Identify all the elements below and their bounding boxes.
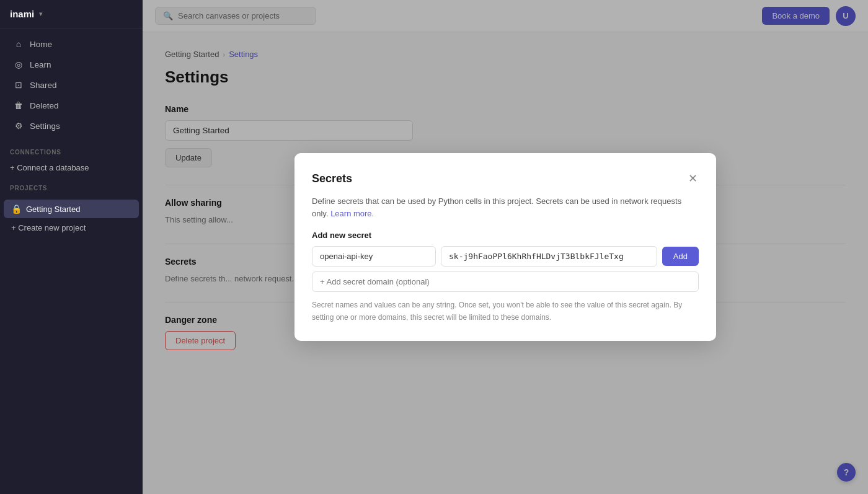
secrets-modal: Secrets ✕ Define secrets that can be use… bbox=[294, 153, 716, 340]
modal-title: Secrets bbox=[312, 172, 352, 185]
connect-label: + Connect a database bbox=[10, 163, 89, 172]
sidebar-item-home[interactable]: ⌂ Home bbox=[4, 34, 139, 54]
modal-close-button[interactable]: ✕ bbox=[687, 170, 699, 187]
settings-icon: ⚙ bbox=[14, 121, 24, 131]
projects-list: 🔒 Getting Started + Create new project bbox=[0, 194, 143, 242]
secret-input-row: Add bbox=[312, 246, 699, 267]
home-icon: ⌂ bbox=[14, 39, 24, 49]
project-name: Getting Started bbox=[26, 205, 80, 214]
sidebar-item-deleted[interactable]: 🗑 Deleted bbox=[4, 95, 139, 115]
sidebar-nav: ⌂ Home ◎ Learn ⊡ Shared 🗑 Deleted ⚙ Sett… bbox=[0, 29, 143, 141]
modal-description: Define secrets that can be used by Pytho… bbox=[312, 195, 699, 219]
connect-database-button[interactable]: + Connect a database bbox=[0, 158, 143, 177]
sidebar-item-label: Deleted bbox=[30, 101, 59, 110]
domain-input[interactable] bbox=[312, 271, 699, 292]
secret-note: Secret names and values can be any strin… bbox=[312, 299, 699, 323]
connections-section-label: CONNECTIONS bbox=[0, 141, 143, 158]
learn-icon: ◎ bbox=[14, 60, 24, 69]
secret-name-input[interactable] bbox=[312, 246, 436, 267]
projects-section-label: PROJECTS bbox=[0, 177, 143, 194]
shared-icon: ⊡ bbox=[14, 80, 24, 90]
create-project-button[interactable]: + Create new project bbox=[4, 219, 139, 237]
create-project-label: + Create new project bbox=[11, 223, 86, 232]
sidebar-item-learn[interactable]: ◎ Learn bbox=[4, 55, 139, 74]
sidebar-item-label: Shared bbox=[30, 81, 57, 90]
app-logo: inami bbox=[10, 9, 34, 19]
chevron-down-icon: ▾ bbox=[39, 10, 43, 18]
learn-more-link[interactable]: Learn more. bbox=[330, 209, 374, 218]
modal-overlay[interactable]: Secrets ✕ Define secrets that can be use… bbox=[143, 0, 868, 494]
sidebar-item-settings[interactable]: ⚙ Settings bbox=[4, 116, 139, 136]
sidebar-item-label: Learn bbox=[30, 60, 51, 69]
main-content: 🔍 Book a demo U Getting Started › Settin… bbox=[143, 0, 868, 494]
add-secret-button[interactable]: Add bbox=[662, 247, 699, 266]
modal-header: Secrets ✕ bbox=[312, 170, 699, 187]
sidebar-item-shared[interactable]: ⊡ Shared bbox=[4, 75, 139, 95]
add-secret-label: Add new secret bbox=[312, 231, 699, 240]
domain-row bbox=[312, 271, 699, 292]
sidebar: inami ▾ ⌂ Home ◎ Learn ⊡ Shared 🗑 Delete… bbox=[0, 0, 143, 494]
secret-value-input[interactable] bbox=[441, 246, 657, 267]
sidebar-item-label: Home bbox=[30, 40, 52, 49]
lock-icon: 🔒 bbox=[11, 204, 21, 214]
sidebar-item-getting-started[interactable]: 🔒 Getting Started bbox=[4, 200, 139, 218]
deleted-icon: 🗑 bbox=[14, 100, 24, 110]
sidebar-item-label: Settings bbox=[30, 121, 60, 131]
sidebar-header[interactable]: inami ▾ bbox=[0, 0, 143, 29]
